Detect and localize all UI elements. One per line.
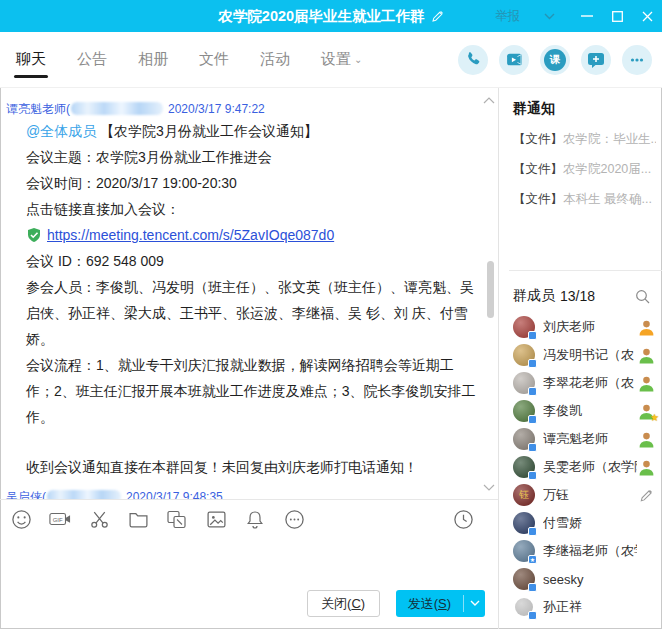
member-row[interactable]: 刘庆老师 [513,313,662,341]
scroll-up-icon[interactable] [483,90,495,108]
member-name: 万钰 [543,486,637,504]
send-file-button[interactable] [127,508,149,530]
meeting-participants: 参会人员：李俊凯、冯发明（班主任）、张文英（班主任）、谭亮魁、吴启侠、孙正祥、梁… [26,274,480,352]
screen-capture-window-button[interactable] [166,508,188,530]
group-notice-item[interactable]: 【文件】农学院2020届... [513,161,656,178]
member-row[interactable]: 吴雯老师（农学院 [513,453,662,481]
meeting-topic: 会议主题：农学院3月份就业工作推进会 [26,144,480,170]
member-row[interactable]: 付雪娇 [513,509,662,537]
notify-button[interactable] [244,508,266,530]
scroll-down-icon[interactable] [483,478,495,496]
member-status [637,430,656,448]
member-row[interactable]: seesky [513,565,662,593]
close-button[interactable] [632,0,662,32]
course-button[interactable]: 课 [540,45,570,75]
member-row[interactable]: 李俊凯 ★ [513,397,662,425]
member-row[interactable]: 李翠花老师（农 [513,369,662,397]
redacted-qq-number [47,490,121,500]
meeting-time: 会议时间：2020/3/17 19:00-20:30 [26,170,480,196]
add-app-button[interactable] [581,45,611,75]
member-row[interactable]: ★ 李继福老师（农学院 [513,537,662,565]
member-presence-icon [638,375,655,392]
report-button[interactable]: 举报 [495,8,520,25]
avatar [513,596,535,618]
message-sender-line: 吴启侠(2020/3/17 9:48:35 [6,489,480,500]
member-name: 刘庆老师 [543,318,637,336]
search-icon [635,289,650,304]
edit-my-card-pencil-icon[interactable] [639,488,654,503]
meeting-id: 会议 ID：692 548 009 [26,248,480,274]
mention-all[interactable]: @全体成员 [26,123,96,139]
video-call-button[interactable] [499,45,529,75]
plus-bubble-icon [587,51,605,69]
member-presence-icon [638,319,655,336]
send-button[interactable]: 发送(S) [396,590,485,617]
redacted-qq-number [71,102,163,115]
bell-icon [245,509,265,530]
member-search-button[interactable] [635,289,650,304]
qq-group-chat-window: 农学院2020届毕业生就业工作群 举报 聊天 公告 相册 文件 活动 设置⌄ [0,0,662,629]
tab-activities[interactable]: 活动 [258,34,292,85]
course-icon: 课 [544,49,566,71]
message-input[interactable] [0,538,498,590]
screenshot-button[interactable] [88,508,110,530]
group-notice-item[interactable]: 【文件】农学院：毕业生... [513,131,656,148]
tab-settings[interactable]: 设置⌄ [319,34,364,85]
member-name: 冯发明书记（农 [543,346,637,364]
member-name: seesky [543,572,637,587]
send-image-button[interactable] [205,508,227,530]
gif-hotpic-button[interactable]: GIF [49,508,71,530]
folder-icon [128,509,149,530]
members-header: 群成员 13/18 [499,271,662,313]
titlebar-chevron-down-icon[interactable] [534,0,564,32]
member-list[interactable]: 刘庆老师 冯发明书记（农 李翠花老师（农 李俊凯 ★ 谭亮魁老师 吴雯老 [499,313,662,629]
chat-scrollbar-thumb[interactable] [487,261,494,318]
device-badge [528,443,537,452]
member-row[interactable]: 谭亮魁老师 [513,425,662,453]
device-badge [528,471,537,480]
voice-call-button[interactable] [458,45,488,75]
call-actions: 课 [458,45,652,75]
more-tools-button[interactable] [283,508,305,530]
message-timestamp: 2020/3/17 9:48:35 [126,490,223,500]
notice-file-tag: 【文件】 [513,162,563,176]
device-badge [528,583,537,592]
more-actions-button[interactable] [622,45,652,75]
group-sidebar: 群通知 【文件】农学院：毕业生... 【文件】农学院2020届... 【文件】本… [498,88,662,629]
maximize-button[interactable] [602,0,632,32]
avatar [513,372,535,394]
device-badge [528,415,537,424]
edit-title-pencil-icon[interactable] [431,10,444,23]
emoji-button[interactable] [10,508,32,530]
minimize-button[interactable] [572,0,602,32]
tab-chat[interactable]: 聊天 [14,34,48,85]
notice-file-tag: 【文件】 [513,192,563,206]
device-badge [528,527,537,536]
group-notice-item[interactable]: 【文件】本科生 最终确... [513,191,656,208]
clock-icon [453,509,474,530]
tab-settings-label: 设置 [321,50,351,67]
members-count: 13/18 [560,288,595,304]
member-row[interactable]: 孙正祥 [513,593,662,621]
smiley-icon [11,509,32,530]
send-options-chevron-icon[interactable] [464,600,485,607]
chevron-down-icon: ⌄ [354,54,362,65]
tabbar: 聊天 公告 相册 文件 活动 设置⌄ 课 [0,32,662,88]
member-status: ★ [637,402,656,420]
member-presence-icon [638,431,655,448]
message-history-button[interactable] [452,508,474,530]
capture-window-icon [166,509,188,530]
gif-icon: GIF [49,509,71,529]
close-chat-button[interactable]: 关闭(C) [307,590,380,617]
avatar [513,512,535,534]
tab-announcements[interactable]: 公告 [75,34,109,85]
message-history[interactable]: 谭亮魁老师(2020/3/17 9:47:22 @全体成员 【农学院3月份就业工… [0,88,498,500]
scissors-icon [89,509,110,530]
tab-album[interactable]: 相册 [136,34,170,85]
tab-files[interactable]: 文件 [197,34,231,85]
video-camera-icon [505,50,524,69]
member-row[interactable]: 钰 万钰 [513,481,662,509]
meeting-link[interactable]: https://meeting.tencent.com/s/5ZavIOqe08… [47,222,334,248]
member-row[interactable]: 冯发明书记（农 [513,341,662,369]
image-icon [206,509,227,530]
